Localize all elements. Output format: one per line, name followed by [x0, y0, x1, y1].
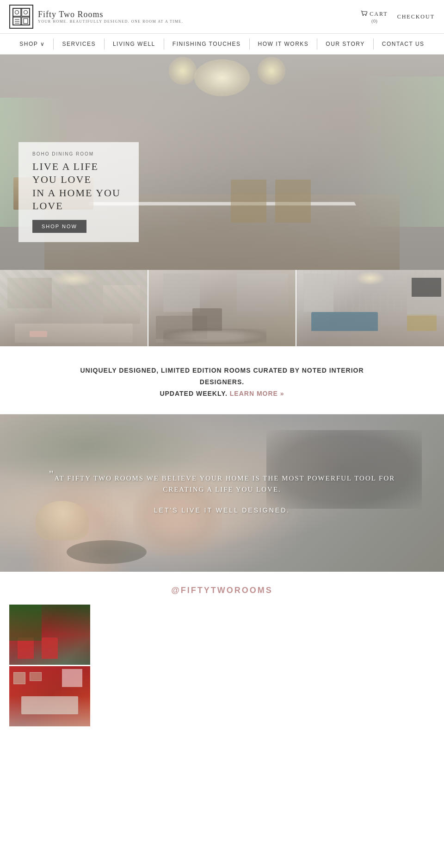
thumbnail-2-inner: [148, 270, 296, 346]
nav-our-story[interactable]: OUR STORY: [317, 38, 373, 50]
cart-icon: [361, 10, 367, 18]
cart-label: CART: [370, 11, 388, 18]
nav-contact-us[interactable]: CONTACT US: [374, 38, 433, 50]
thumbnail-1-inner: [0, 270, 148, 346]
thumb3-tv: [412, 278, 441, 297]
insta1-foliage: [9, 605, 42, 641]
thumbnail-2[interactable]: [148, 270, 296, 346]
thumbnail-1[interactable]: [0, 270, 148, 346]
hero-room-label: BOHO DINING ROOM: [32, 151, 125, 156]
thumb1-chandelier: [52, 271, 96, 287]
logo-text: Fifty Two Rooms YOUR HOME. BEAUTIFULLY D…: [38, 10, 183, 24]
brand-tagline: YOUR HOME. BEAUTIFULLY DESIGNED. ONE ROO…: [38, 19, 183, 24]
mission-tagline: LET'S LIVE IT WELL DESIGNED.: [44, 506, 400, 513]
logo-icon: [9, 5, 33, 29]
nav-services[interactable]: SERVICES: [54, 38, 104, 50]
logo-area: Fifty Two Rooms YOUR HOME. BEAUTIFULLY D…: [9, 5, 183, 29]
thumbnail-3-inner: [296, 270, 444, 346]
svg-rect-2: [22, 8, 30, 16]
instagram-handle[interactable]: @FIFTYTWOROOMS: [9, 586, 435, 595]
svg-rect-10: [24, 19, 28, 24]
room-thumbnails: [0, 270, 444, 346]
desc-line2: DESIGNERS.: [200, 378, 244, 386]
nav-finishing-touches[interactable]: FINISHING TOUCHES: [164, 38, 250, 50]
svg-point-6: [24, 11, 28, 14]
instagram-grid: [9, 605, 90, 726]
desc-line3: UPDATED WEEKLY.: [160, 390, 227, 397]
hero-title-line2: IN A HOME YOU LOVE: [32, 187, 121, 212]
svg-rect-1: [13, 8, 21, 16]
nav-living-well[interactable]: LIVING WELL: [105, 38, 164, 50]
insta1-chair1: [18, 637, 34, 659]
insta2-window: [62, 669, 82, 687]
insta2-frame1: [13, 672, 25, 684]
cart-area[interactable]: CART (0): [361, 10, 388, 24]
insta1-chair2: [42, 637, 58, 659]
header-right: CART (0) CHECKOUT: [361, 10, 435, 24]
pendant-light-right: [258, 57, 285, 85]
thumb2-fireplace: [192, 308, 222, 331]
insta2-frame2: [30, 672, 42, 681]
ceiling-light-decoration: [194, 59, 250, 96]
checkout-link[interactable]: CHECKOUT: [397, 13, 435, 20]
svg-point-5: [15, 11, 19, 14]
svg-point-12: [365, 15, 366, 16]
mission-banner: "AT FIFTY TWO ROOMS WE BELIEVE YOUR HOME…: [0, 414, 444, 572]
thumb2-rug: [163, 329, 266, 344]
mission-quote: "AT FIFTY TWO ROOMS WE BELIEVE YOUR HOME…: [44, 472, 400, 494]
cart-count: (0): [371, 18, 377, 24]
thumb3-window: [304, 274, 333, 312]
instagram-section: @FIFTYTWOROOMS: [0, 572, 444, 736]
insta2-inner: [9, 666, 90, 726]
thumb1-pillow: [30, 331, 47, 337]
learn-more-link[interactable]: LEARN MORE »: [230, 390, 284, 397]
insta1-inner: [9, 605, 90, 665]
hero-title: LIVE A LIFE YOU LOVE IN A HOME YOU LOVE: [32, 160, 125, 213]
thumb3-chandelier: [356, 271, 385, 285]
hero-title-line1: LIVE A LIFE YOU LOVE: [32, 161, 99, 186]
thumb2-window: [163, 274, 200, 312]
nav-how-it-works[interactable]: HOW IT WORKS: [250, 38, 318, 50]
hero-text-overlay: BOHO DINING ROOM LIVE A LIFE YOU LOVE IN…: [18, 142, 139, 242]
description-section: UNIQUELY DESIGNED, LIMITED EDITION ROOMS…: [0, 346, 444, 414]
hero-banner: BOHO DINING ROOM LIVE A LIFE YOU LOVE IN…: [0, 55, 444, 270]
decorative-plate: [67, 540, 147, 564]
nav-shop[interactable]: SHOP ∨: [11, 38, 54, 50]
main-nav: SHOP ∨ SERVICES LIVING WELL FINISHING TO…: [0, 34, 444, 55]
thumb3-accent-chair: [407, 314, 437, 331]
cart-top: CART: [361, 10, 388, 18]
shop-now-button[interactable]: SHOP NOW: [32, 220, 86, 233]
header: Fifty Two Rooms YOUR HOME. BEAUTIFULLY D…: [0, 0, 444, 34]
instagram-photo-2[interactable]: [9, 666, 90, 726]
instagram-photo-1[interactable]: [9, 605, 90, 665]
description-text: UNIQUELY DESIGNED, LIMITED EDITION ROOMS…: [37, 365, 407, 400]
svg-point-11: [363, 15, 364, 16]
brand-name: Fifty Two Rooms: [38, 10, 183, 19]
quote-mark: ": [49, 468, 55, 480]
mission-text: "AT FIFTY TWO ROOMS WE BELIEVE YOUR HOME…: [44, 472, 400, 513]
insta2-table: [21, 696, 78, 714]
desc-line1: UNIQUELY DESIGNED, LIMITED EDITION ROOMS…: [80, 367, 364, 374]
dining-chair-2: [275, 180, 311, 223]
pendant-light-left: [169, 57, 197, 85]
thumbnail-3[interactable]: [296, 270, 444, 346]
dining-chair-1: [231, 180, 266, 223]
thumb3-sofa: [311, 312, 377, 331]
